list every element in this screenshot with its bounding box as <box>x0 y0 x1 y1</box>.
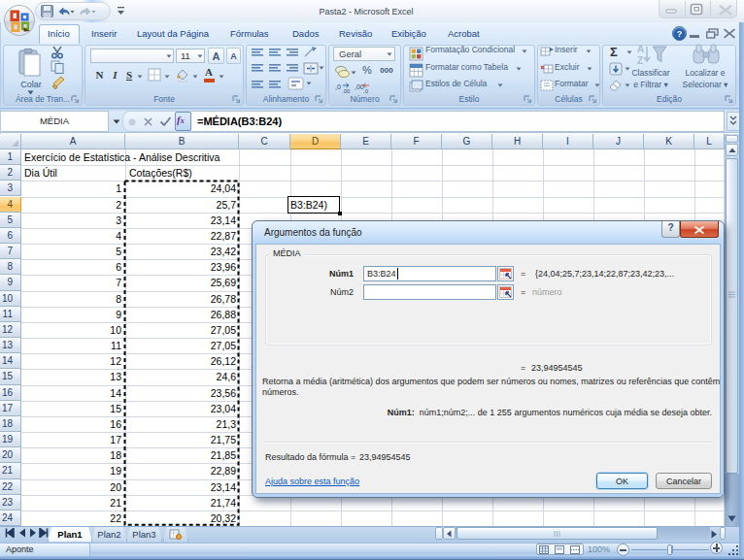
svg-text:?: ? <box>677 29 683 39</box>
svg-text:Z: Z <box>637 55 643 66</box>
svg-text:A: A <box>637 44 644 54</box>
svg-text:,0: ,0 <box>335 83 341 90</box>
svg-text:.0: .0 <box>363 88 369 94</box>
svg-text:.00: .00 <box>342 88 351 94</box>
